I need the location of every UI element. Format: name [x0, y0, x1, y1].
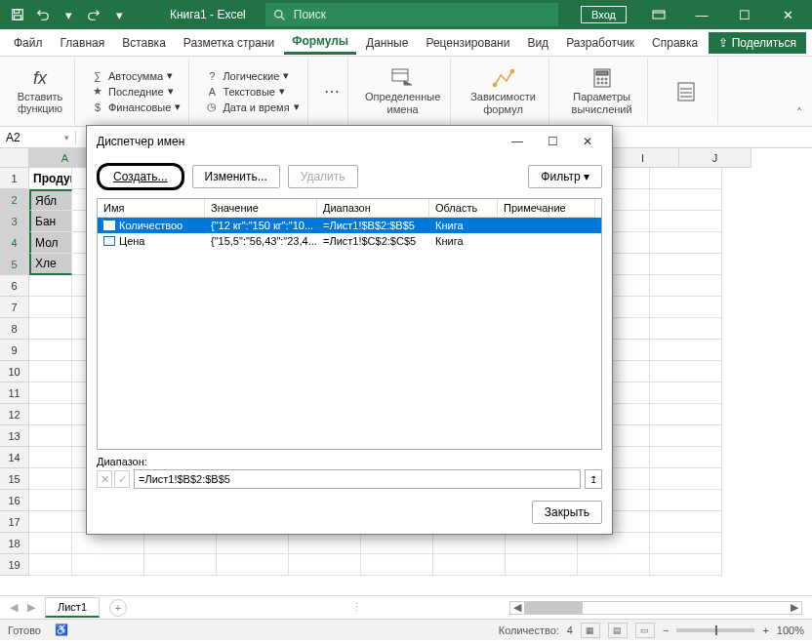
close-icon[interactable]: ✕ [767, 0, 808, 29]
row-header[interactable]: 18 [0, 533, 29, 554]
tab-formulas[interactable]: Формулы [284, 30, 356, 55]
cell[interactable] [650, 211, 722, 232]
autosum-button[interactable]: ∑Автосумма ▾ [91, 69, 181, 83]
redo-icon[interactable] [82, 3, 105, 26]
cell[interactable] [506, 554, 578, 576]
cell[interactable] [650, 533, 722, 554]
cell[interactable] [144, 533, 217, 554]
cell[interactable] [29, 297, 72, 318]
cell[interactable] [29, 554, 72, 576]
row-header[interactable]: 4 [0, 232, 29, 254]
close-button[interactable]: Закрыть [532, 501, 602, 524]
financial-button[interactable]: $Финансовые ▾ [91, 101, 181, 114]
cell[interactable] [29, 447, 72, 468]
view-break-icon[interactable]: ▭ [635, 623, 655, 638]
range-input[interactable] [134, 469, 581, 489]
cell[interactable] [29, 340, 72, 361]
cell[interactable] [72, 533, 144, 554]
more-functions[interactable]: ⋯ [316, 59, 348, 124]
col-range[interactable]: Диапазон [317, 199, 429, 218]
row-header[interactable]: 17 [0, 511, 29, 533]
cell[interactable]: Ябл [29, 189, 72, 211]
confirm-icon[interactable]: ✓ [114, 470, 130, 488]
col-value[interactable]: Значение [205, 199, 317, 218]
cell[interactable] [650, 361, 722, 382]
cell[interactable] [29, 404, 72, 425]
minimize-icon[interactable]: — [681, 0, 722, 29]
edit-name-button[interactable]: Изменить... [192, 165, 280, 188]
cell[interactable] [650, 275, 722, 297]
cell[interactable] [650, 404, 722, 425]
cell[interactable] [650, 318, 722, 340]
col-scope[interactable]: Область [429, 199, 498, 218]
cell[interactable] [29, 361, 72, 382]
dialog-maximize-icon[interactable]: ☐ [538, 131, 567, 152]
row-header[interactable]: 14 [0, 447, 29, 468]
text-button[interactable]: AТекстовые ▾ [205, 85, 299, 99]
maximize-icon[interactable]: ☐ [724, 0, 765, 29]
filter-button[interactable]: Фильтр ▾ [528, 165, 602, 188]
zoom-value[interactable]: 100% [777, 624, 804, 636]
cell[interactable] [650, 168, 722, 189]
names-table[interactable]: Имя Значение Диапазон Область Примечание… [97, 198, 602, 450]
dialog-titlebar[interactable]: Диспетчер имен — ☐ ✕ [87, 126, 612, 157]
cell[interactable] [650, 468, 722, 490]
sheet-nav-next-icon[interactable]: ▶ [27, 601, 35, 614]
cancel-icon[interactable]: ✕ [97, 470, 112, 488]
search-box[interactable]: Поиск [265, 3, 558, 26]
cell[interactable] [217, 533, 289, 554]
tab-layout[interactable]: Разметка страни [176, 32, 282, 54]
cell[interactable] [433, 533, 506, 554]
cell[interactable] [650, 447, 722, 468]
select-all-corner[interactable] [0, 148, 29, 168]
scrollbar-thumb[interactable] [524, 602, 583, 614]
cell[interactable] [72, 554, 144, 576]
row-header[interactable]: 5 [0, 254, 29, 275]
cell[interactable] [650, 382, 722, 404]
col-note[interactable]: Примечание [498, 199, 595, 218]
dialog-close-icon[interactable]: ✕ [573, 131, 602, 152]
col-name[interactable]: Имя [98, 199, 205, 218]
tab-review[interactable]: Рецензировани [418, 32, 517, 54]
col-header[interactable]: J [679, 148, 751, 168]
cell[interactable] [361, 533, 433, 554]
row-header[interactable]: 13 [0, 425, 29, 447]
cell[interactable] [289, 554, 361, 576]
defined-names-group[interactable]: Определенные имена [356, 59, 451, 124]
dialog-minimize-icon[interactable]: — [503, 131, 532, 152]
row-header[interactable]: 8 [0, 318, 29, 340]
zoom-slider[interactable] [676, 628, 754, 632]
calc-now-group[interactable] [656, 59, 718, 124]
cell[interactable] [433, 554, 506, 576]
row-header[interactable]: 16 [0, 490, 29, 511]
table-row[interactable]: Количествоо {"12 кг":"150 кг":"10... =Ли… [98, 218, 601, 233]
table-row[interactable]: Цена {"15,5":"56,43":"23,4... =Лист1!$C$… [98, 233, 601, 249]
row-header[interactable]: 19 [0, 554, 29, 576]
cell[interactable] [29, 511, 72, 533]
save-icon[interactable] [6, 3, 29, 26]
cell[interactable] [578, 554, 650, 576]
row-header[interactable]: 7 [0, 297, 29, 318]
view-normal-icon[interactable]: ▦ [581, 623, 600, 638]
row-header[interactable]: 12 [0, 404, 29, 425]
cell[interactable] [217, 554, 289, 576]
sheet-tab[interactable]: Лист1 [45, 597, 100, 618]
add-sheet-button[interactable]: + [109, 599, 127, 617]
calc-options-group[interactable]: Параметры вычислений [557, 59, 648, 124]
cell[interactable] [29, 490, 72, 511]
undo-menu-icon[interactable]: ▾ [57, 3, 80, 26]
row-header[interactable]: 1 [0, 168, 29, 189]
tab-data[interactable]: Данные [358, 32, 416, 54]
row-header[interactable]: 6 [0, 275, 29, 297]
tab-file[interactable]: Файл [6, 32, 51, 54]
row-header[interactable]: 9 [0, 340, 29, 361]
zoom-in-icon[interactable]: + [762, 624, 768, 636]
create-name-button[interactable]: Создать... [97, 163, 184, 190]
horizontal-scrollbar[interactable]: ◀ ▶ [509, 601, 802, 615]
tab-view[interactable]: Вид [519, 32, 556, 54]
tab-help[interactable]: Справка [644, 32, 706, 54]
cell[interactable] [289, 533, 361, 554]
logical-button[interactable]: ?Логические ▾ [205, 69, 299, 83]
collapse-dialog-icon[interactable]: ↥ [585, 469, 602, 489]
cell[interactable] [650, 254, 722, 275]
